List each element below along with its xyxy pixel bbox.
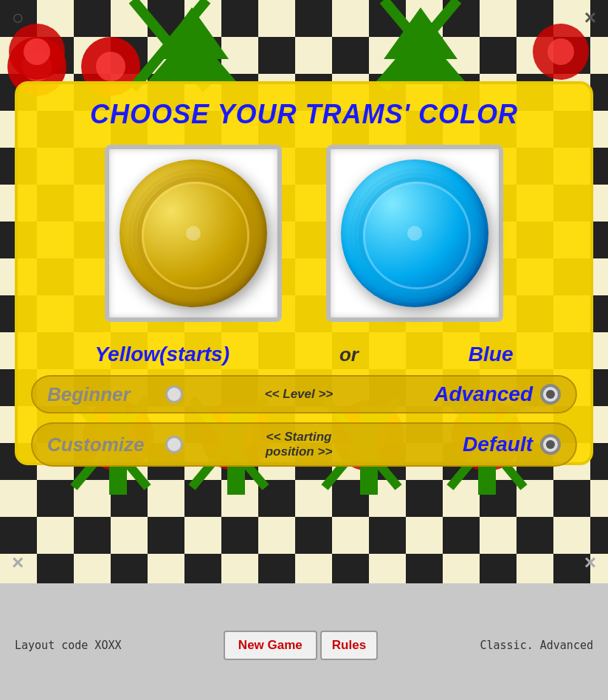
classic-advanced-label: Classic. Advanced [480, 639, 593, 652]
modal-title: CHOOSE YOUR TRAMS' COLOR [90, 99, 518, 130]
advanced-radio[interactable] [540, 384, 561, 405]
advanced-label: Advanced [415, 382, 533, 406]
svg-point-40 [547, 38, 574, 65]
yellow-option[interactable] [105, 145, 282, 322]
level-row: Beginner << Level >> Advanced [31, 375, 577, 414]
blue-coin[interactable] [341, 159, 488, 307]
button-row: New Game Rules [224, 631, 378, 660]
beginner-label: Beginner [47, 383, 165, 406]
blue-coin-frame[interactable] [326, 145, 503, 322]
default-radio[interactable] [540, 434, 561, 455]
new-game-button[interactable]: New Game [224, 631, 317, 660]
default-label: Default [415, 433, 533, 456]
or-label: or [339, 343, 359, 366]
left-arrow-button[interactable]: × [12, 551, 24, 574]
status-top-row: Layout code XOXX New Game Rules Classic.… [0, 583, 608, 700]
right-arrow-button[interactable]: × [584, 551, 596, 574]
layout-code: Layout code XOXX [15, 639, 122, 652]
level-middle-label: << Level >> [183, 387, 415, 402]
svg-point-38 [24, 38, 50, 65]
customize-label: Customize [47, 433, 165, 456]
position-row: Customize << Starting position >> Defaul… [31, 422, 577, 467]
customize-radio[interactable] [165, 436, 183, 453]
blue-coin-center [407, 226, 422, 241]
close-button[interactable]: × [584, 6, 596, 30]
beginner-radio[interactable] [165, 385, 183, 403]
color-choice-modal: CHOOSE YOUR TRAMS' COLOR Yellow(starts) … [15, 81, 593, 465]
blue-label[interactable]: Blue [469, 343, 514, 366]
status-bar: Layout code XOXX New Game Rules Classic.… [0, 583, 608, 700]
svg-point-8 [96, 52, 125, 81]
color-choices-row [40, 145, 568, 322]
position-middle-label: << Starting position >> [183, 430, 415, 459]
yellow-coin-frame[interactable] [105, 145, 282, 322]
rules-button[interactable]: Rules [320, 631, 378, 660]
yellow-coin-center [186, 226, 201, 241]
yellow-label[interactable]: Yellow(starts) [94, 343, 229, 366]
minimize-button[interactable]: ○ [12, 6, 24, 30]
color-labels: Yellow(starts) or Blue [40, 343, 568, 366]
yellow-coin[interactable] [120, 159, 267, 307]
blue-option[interactable] [326, 145, 503, 322]
